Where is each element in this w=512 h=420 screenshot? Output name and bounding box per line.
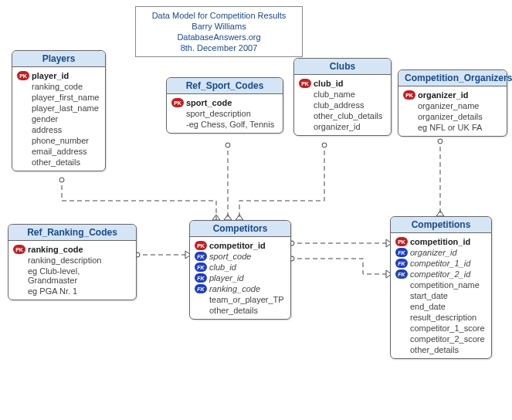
entity-header: Competitors (190, 221, 290, 237)
entity-competition-organizers: Competition_Organizers PKorganizer_idorg… (398, 69, 507, 137)
svg-line-2 (212, 215, 216, 220)
no-key-icon (13, 256, 25, 265)
attribute-row: club_address (299, 100, 386, 110)
attribute-name: competitor_2_id (410, 269, 470, 279)
no-key-icon (17, 82, 29, 91)
svg-point-4 (225, 143, 230, 147)
attribute-row: FKplayer_id (195, 273, 286, 283)
attribute-row: eg PGA Nr. 1 (13, 286, 131, 296)
entity-header: Competitions (391, 217, 491, 233)
no-key-icon (395, 345, 408, 354)
primary-key-icon: PK (395, 237, 408, 246)
attribute-row: ranking_description (13, 255, 131, 266)
entity-body: PKcompetition_idFKorganizer_idFKcompetit… (391, 233, 491, 358)
entity-ref-ranking-codes: Ref_Ranking_Codes PKranking_coderanking_… (8, 224, 137, 300)
no-key-icon (17, 103, 29, 113)
attribute-row: club_name (299, 89, 386, 100)
entity-body: PKplayer_idranking_codeplayer_first_name… (12, 67, 105, 171)
svg-point-8 (322, 143, 327, 147)
attribute-name: player_first_name (32, 93, 99, 102)
no-key-icon (13, 286, 25, 296)
entity-competitions: Competitions PKcompetition_idFKorganizer… (390, 216, 492, 359)
no-key-icon (403, 123, 415, 132)
attribute-row: eg NFL or UK FA (403, 122, 502, 133)
entity-header: Ref_Sport_Codes (167, 78, 283, 94)
foreign-key-icon: FK (195, 273, 207, 283)
attribute-row: sport_description (171, 108, 278, 119)
attribute-name: phone_number (32, 136, 89, 145)
attribute-row: organizer_id (299, 121, 386, 132)
attribute-name: eg NFL or UK FA (418, 123, 482, 132)
attribute-row: PKplayer_id (17, 70, 100, 81)
no-key-icon (17, 125, 29, 134)
attribute-name: club_id (209, 262, 236, 272)
attribute-row: FKorganizer_id (395, 247, 487, 258)
attribute-name: other_details (209, 306, 258, 315)
attribute-name: sport_description (186, 109, 251, 118)
attribute-row: other_details (395, 344, 487, 355)
attribute-row: player_last_name (17, 103, 100, 113)
attribute-row: FKcompetitor_2_id (395, 269, 487, 279)
svg-line-11 (239, 215, 243, 220)
no-key-icon (17, 136, 29, 145)
attribute-row: address (17, 124, 100, 135)
attribute-name: player_last_name (32, 103, 99, 113)
no-key-icon (299, 111, 311, 120)
attribute-row: organizer_details (403, 111, 502, 122)
no-key-icon (17, 114, 29, 124)
entity-header: Ref_Ranking_Codes (8, 225, 136, 241)
attribute-row: team_or_player_TP (195, 294, 286, 305)
attribute-name: player_id (209, 273, 244, 283)
attribute-name: sport_code (209, 252, 251, 261)
no-key-icon (17, 93, 29, 102)
attribute-name: other_details (32, 158, 80, 167)
entity-competitors: Competitors PKcompetitor_idFKsport_codeF… (189, 220, 291, 320)
no-key-icon (395, 280, 408, 290)
attribute-name: competitor_1_score (410, 323, 485, 333)
title-line-2: Barry Williams (144, 21, 294, 32)
attribute-name: eg Club-level, Grandmaster (28, 266, 131, 285)
attribute-row: -eg Chess, Golf, Tennis (171, 119, 278, 130)
attribute-name: player_id (32, 71, 69, 80)
no-key-icon (17, 147, 29, 156)
svg-line-27 (440, 211, 444, 216)
attribute-name: start_date (410, 291, 448, 300)
entity-body: PKorganizer_idorganizer_nameorganizer_de… (398, 86, 507, 136)
attribute-row: competition_name (395, 279, 487, 290)
entity-body: PKsport_codesport_description-eg Chess, … (167, 94, 283, 133)
attribute-row: organizer_name (403, 100, 502, 111)
attribute-row: other_club_details (299, 110, 386, 121)
attribute-name: ranking_code (209, 284, 260, 293)
entity-players: Players PKplayer_idranking_codeplayer_fi… (12, 50, 106, 171)
attribute-row: PKranking_code (13, 244, 131, 255)
no-key-icon (403, 101, 415, 110)
primary-key-icon: PK (171, 98, 184, 107)
attribute-name: organizer_id (418, 90, 468, 100)
attribute-name: result_description (410, 313, 476, 322)
attribute-row: other_details (17, 157, 100, 168)
attribute-name: club_address (314, 100, 364, 110)
attribute-row: PKcompetitor_id (195, 240, 286, 251)
primary-key-icon: PK (13, 245, 25, 254)
svg-point-24 (438, 139, 442, 144)
attribute-name: organizer_id (410, 248, 457, 257)
no-key-icon (171, 109, 184, 118)
svg-line-26 (436, 211, 440, 216)
attribute-name: competitor_2_score (410, 334, 485, 344)
title-line-1: Data Model for Competition Results (144, 10, 294, 21)
attribute-row: gender (17, 113, 100, 124)
svg-line-7 (228, 215, 232, 220)
entity-header: Players (12, 51, 105, 67)
primary-key-icon: PK (403, 90, 415, 100)
attribute-row: competitor_1_score (395, 323, 487, 334)
attribute-name: eg PGA Nr. 1 (28, 286, 77, 296)
entity-ref-sport-codes: Ref_Sport_Codes PKsport_codesport_descri… (166, 77, 283, 134)
attribute-row: email_address (17, 146, 100, 157)
attribute-row: PKorganizer_id (403, 90, 502, 100)
attribute-name: competition_name (410, 280, 480, 290)
entity-clubs: Clubs PKclub_idclub_nameclub_addressothe… (293, 58, 392, 136)
attribute-row: start_date (395, 290, 487, 301)
attribute-row: FKsport_code (195, 251, 286, 262)
attribute-name: ranking_code (28, 245, 83, 254)
attribute-row: PKcompetition_id (395, 236, 487, 247)
